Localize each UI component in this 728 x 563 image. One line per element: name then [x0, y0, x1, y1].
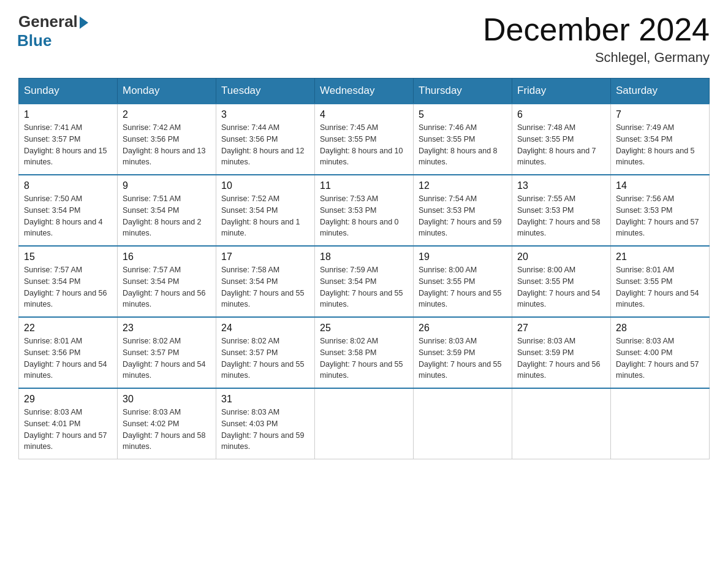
day-number: 10 [221, 180, 309, 191]
day-info: Sunrise: 8:03 AMSunset: 4:02 PMDaylight:… [123, 407, 211, 453]
day-number: 28 [616, 323, 704, 334]
logo-blue-text: Blue [17, 31, 51, 50]
calendar-cell: 3 Sunrise: 7:44 AMSunset: 3:56 PMDayligh… [216, 104, 315, 175]
calendar-cell: 11 Sunrise: 7:53 AMSunset: 3:53 PMDaylig… [315, 175, 414, 246]
day-number: 15 [24, 251, 112, 262]
day-info: Sunrise: 7:55 AMSunset: 3:53 PMDaylight:… [517, 193, 605, 239]
calendar-cell: 25 Sunrise: 8:02 AMSunset: 3:58 PMDaylig… [315, 317, 414, 388]
day-number: 31 [221, 394, 309, 405]
weekday-header-wednesday: Wednesday [315, 79, 414, 104]
calendar-cell: 8 Sunrise: 7:50 AMSunset: 3:54 PMDayligh… [19, 175, 118, 246]
day-number: 16 [123, 251, 211, 262]
week-row-2: 8 Sunrise: 7:50 AMSunset: 3:54 PMDayligh… [19, 175, 710, 246]
day-info: Sunrise: 7:53 AMSunset: 3:53 PMDaylight:… [320, 193, 408, 239]
calendar-cell: 16 Sunrise: 7:57 AMSunset: 3:54 PMDaylig… [118, 246, 216, 317]
calendar-cell [414, 388, 512, 459]
weekday-header-thursday: Thursday [414, 79, 512, 104]
calendar-cell: 13 Sunrise: 7:55 AMSunset: 3:53 PMDaylig… [512, 175, 611, 246]
calendar-cell: 7 Sunrise: 7:49 AMSunset: 3:54 PMDayligh… [611, 104, 710, 175]
calendar-cell: 18 Sunrise: 7:59 AMSunset: 3:54 PMDaylig… [315, 246, 414, 317]
day-info: Sunrise: 8:01 AMSunset: 3:56 PMDaylight:… [24, 335, 112, 381]
day-info: Sunrise: 7:56 AMSunset: 3:53 PMDaylight:… [616, 193, 704, 239]
day-info: Sunrise: 7:52 AMSunset: 3:54 PMDaylight:… [221, 193, 309, 239]
day-info: Sunrise: 7:57 AMSunset: 3:54 PMDaylight:… [24, 264, 112, 310]
day-number: 13 [517, 180, 605, 191]
day-info: Sunrise: 7:46 AMSunset: 3:55 PMDaylight:… [419, 122, 507, 168]
day-number: 8 [24, 180, 112, 191]
day-info: Sunrise: 7:50 AMSunset: 3:54 PMDaylight:… [24, 193, 112, 239]
day-number: 1 [24, 109, 112, 120]
day-number: 30 [123, 394, 211, 405]
logo: General Blue [18, 12, 88, 50]
weekday-header-friday: Friday [512, 79, 611, 104]
calendar-cell: 14 Sunrise: 7:56 AMSunset: 3:53 PMDaylig… [611, 175, 710, 246]
calendar-cell: 9 Sunrise: 7:51 AMSunset: 3:54 PMDayligh… [118, 175, 216, 246]
week-row-4: 22 Sunrise: 8:01 AMSunset: 3:56 PMDaylig… [19, 317, 710, 388]
day-number: 5 [419, 109, 507, 120]
calendar-cell: 20 Sunrise: 8:00 AMSunset: 3:55 PMDaylig… [512, 246, 611, 317]
day-info: Sunrise: 8:01 AMSunset: 3:55 PMDaylight:… [616, 264, 704, 310]
day-number: 25 [320, 323, 408, 334]
day-number: 24 [221, 323, 309, 334]
logo-triangle-icon [80, 17, 88, 29]
day-number: 3 [221, 109, 309, 120]
day-number: 22 [24, 323, 112, 334]
day-info: Sunrise: 7:42 AMSunset: 3:56 PMDaylight:… [123, 122, 211, 168]
calendar-cell: 23 Sunrise: 8:02 AMSunset: 3:57 PMDaylig… [118, 317, 216, 388]
logo-general-text: General [18, 12, 78, 31]
calendar-cell: 19 Sunrise: 8:00 AMSunset: 3:55 PMDaylig… [414, 246, 512, 317]
calendar-cell: 2 Sunrise: 7:42 AMSunset: 3:56 PMDayligh… [118, 104, 216, 175]
day-number: 21 [616, 251, 704, 262]
weekday-header-saturday: Saturday [611, 79, 710, 104]
day-number: 23 [123, 323, 211, 334]
calendar-cell: 30 Sunrise: 8:03 AMSunset: 4:02 PMDaylig… [118, 388, 216, 459]
day-info: Sunrise: 8:03 AMSunset: 4:01 PMDaylight:… [24, 407, 112, 453]
week-row-3: 15 Sunrise: 7:57 AMSunset: 3:54 PMDaylig… [19, 246, 710, 317]
weekday-header-tuesday: Tuesday [216, 79, 315, 104]
day-number: 2 [123, 109, 211, 120]
day-info: Sunrise: 7:44 AMSunset: 3:56 PMDaylight:… [221, 122, 309, 168]
calendar-cell [512, 388, 611, 459]
day-number: 26 [419, 323, 507, 334]
calendar-cell: 28 Sunrise: 8:03 AMSunset: 4:00 PMDaylig… [611, 317, 710, 388]
day-info: Sunrise: 7:51 AMSunset: 3:54 PMDaylight:… [123, 193, 211, 239]
day-number: 14 [616, 180, 704, 191]
day-info: Sunrise: 7:58 AMSunset: 3:54 PMDaylight:… [221, 264, 309, 310]
day-number: 27 [517, 323, 605, 334]
calendar-cell: 12 Sunrise: 7:54 AMSunset: 3:53 PMDaylig… [414, 175, 512, 246]
calendar-cell: 22 Sunrise: 8:01 AMSunset: 3:56 PMDaylig… [19, 317, 118, 388]
page-header: General Blue December 2024 Schlegel, Ger… [18, 12, 710, 66]
day-number: 19 [419, 251, 507, 262]
day-number: 12 [419, 180, 507, 191]
calendar-cell: 29 Sunrise: 8:03 AMSunset: 4:01 PMDaylig… [19, 388, 118, 459]
day-info: Sunrise: 8:03 AMSunset: 3:59 PMDaylight:… [419, 335, 507, 381]
week-row-5: 29 Sunrise: 8:03 AMSunset: 4:01 PMDaylig… [19, 388, 710, 459]
day-number: 6 [517, 109, 605, 120]
calendar-cell [611, 388, 710, 459]
calendar-cell: 15 Sunrise: 7:57 AMSunset: 3:54 PMDaylig… [19, 246, 118, 317]
title-section: December 2024 Schlegel, Germany [483, 12, 710, 66]
day-info: Sunrise: 8:02 AMSunset: 3:58 PMDaylight:… [320, 335, 408, 381]
day-number: 17 [221, 251, 309, 262]
day-info: Sunrise: 7:57 AMSunset: 3:54 PMDaylight:… [123, 264, 211, 310]
day-info: Sunrise: 8:03 AMSunset: 4:03 PMDaylight:… [221, 407, 309, 453]
month-title: December 2024 [483, 12, 710, 47]
calendar-cell [315, 388, 414, 459]
week-row-1: 1 Sunrise: 7:41 AMSunset: 3:57 PMDayligh… [19, 104, 710, 175]
day-info: Sunrise: 8:00 AMSunset: 3:55 PMDaylight:… [517, 264, 605, 310]
day-info: Sunrise: 7:54 AMSunset: 3:53 PMDaylight:… [419, 193, 507, 239]
day-number: 18 [320, 251, 408, 262]
day-info: Sunrise: 8:00 AMSunset: 3:55 PMDaylight:… [419, 264, 507, 310]
day-info: Sunrise: 7:45 AMSunset: 3:55 PMDaylight:… [320, 122, 408, 168]
day-number: 9 [123, 180, 211, 191]
day-number: 4 [320, 109, 408, 120]
calendar-cell: 4 Sunrise: 7:45 AMSunset: 3:55 PMDayligh… [315, 104, 414, 175]
day-info: Sunrise: 8:02 AMSunset: 3:57 PMDaylight:… [221, 335, 309, 381]
day-info: Sunrise: 7:59 AMSunset: 3:54 PMDaylight:… [320, 264, 408, 310]
calendar-cell: 1 Sunrise: 7:41 AMSunset: 3:57 PMDayligh… [19, 104, 118, 175]
day-number: 11 [320, 180, 408, 191]
calendar-cell: 5 Sunrise: 7:46 AMSunset: 3:55 PMDayligh… [414, 104, 512, 175]
calendar-cell: 26 Sunrise: 8:03 AMSunset: 3:59 PMDaylig… [414, 317, 512, 388]
day-number: 29 [24, 394, 112, 405]
day-info: Sunrise: 7:41 AMSunset: 3:57 PMDaylight:… [24, 122, 112, 168]
